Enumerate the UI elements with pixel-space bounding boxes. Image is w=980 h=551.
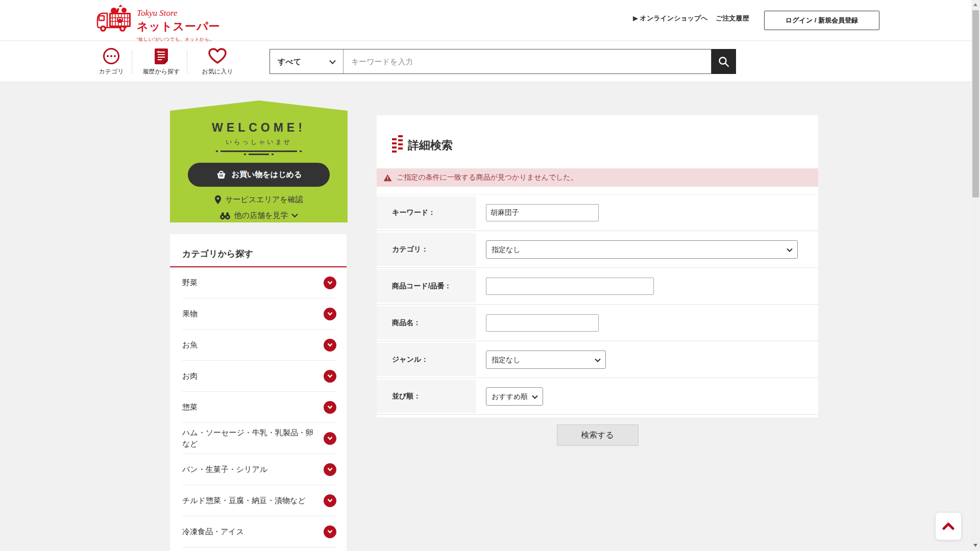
order-history-link[interactable]: ご注文履歴: [716, 14, 749, 23]
start-shopping-label: お買い物をはじめる: [232, 170, 302, 180]
sidebar-item-label: 野菜: [182, 277, 198, 289]
service-area-label: サービスエリアを確認: [225, 195, 303, 205]
scrollbar-up-arrow-icon[interactable]: [973, 3, 977, 6]
product-name-input[interactable]: [486, 314, 599, 332]
nav-bar: カテゴリ 履歴から探す お気に入り: [0, 41, 971, 82]
heart-icon: [208, 48, 227, 64]
chevron-down-circle-icon: [324, 339, 336, 352]
nav-favorites-label: お気に入り: [194, 67, 241, 76]
genre-select-value: 指定なし: [492, 356, 521, 364]
header: Tokyu Store ネットスーパー “欲しい”がいつでも、ネットから。 ▶ …: [0, 0, 971, 41]
sort-select[interactable]: おすすめ順: [486, 387, 543, 406]
search-form: キーワード： カテゴリ： 指定なし 商品コード/品番： 商品名：: [377, 194, 818, 415]
sidebar-item-fruits[interactable]: 果物: [182, 298, 336, 330]
page: Tokyu Store ネットスーパー “欲しい”がいつでも、ネットから。 ▶ …: [0, 0, 980, 551]
sidebar-item-label: 果物: [182, 308, 198, 320]
sidebar-item-label: 惣菜: [182, 402, 198, 413]
logo-text: Tokyu Store ネットスーパー “欲しい”がいつでも、ネットから。: [137, 8, 220, 43]
category-select-value: 指定なし: [492, 245, 521, 254]
sort-label: 並び順：: [377, 380, 476, 413]
binoculars-icon: [219, 212, 231, 220]
sidebar-item-ham-dairy-eggs[interactable]: ハム・ソーセージ・牛乳・乳製品・卵など: [182, 423, 336, 454]
chevron-down-circle-icon: [324, 277, 336, 289]
no-results-banner: ご指定の条件に一致する商品が見つかりませんでした。: [377, 168, 818, 187]
sidebar-item-label: パン・生菓子・シリアル: [182, 464, 267, 475]
chevron-down-circle-icon: [324, 401, 336, 414]
ellipsis-circle-icon: [103, 48, 119, 64]
magnifier-icon: [718, 56, 730, 68]
search-scope-select[interactable]: すべて: [270, 49, 344, 73]
login-register-button[interactable]: ログイン / 新規会員登録: [764, 11, 879, 30]
history-document-icon: [154, 47, 169, 65]
nav-category[interactable]: カテゴリ: [93, 47, 130, 76]
chevron-down-icon: [291, 213, 298, 218]
logo-brand-script: Tokyu Store: [137, 8, 220, 18]
product-code-input[interactable]: [486, 278, 654, 295]
category-label: カテゴリ：: [377, 233, 476, 266]
scrollbar-thumb[interactable]: [972, 10, 979, 197]
chevron-down-icon: [329, 60, 336, 64]
delivery-truck-icon: [96, 4, 134, 35]
form-row-category: カテゴリ： 指定なし: [377, 231, 818, 268]
welcome-title: WELCOME!: [170, 121, 348, 135]
sidebar-item-chilled-tofu-natto[interactable]: チルド惣菜・豆腐・納豆・漬物など: [182, 485, 336, 516]
nav-history[interactable]: 履歴から探す: [139, 47, 184, 76]
online-shop-link[interactable]: ▶ オンラインショップへ: [633, 14, 708, 23]
welcome-subtitle: いらっしゃいませ: [170, 138, 348, 146]
sidebar-item-frozen-ice[interactable]: 冷凍食品・アイス: [182, 516, 336, 547]
welcome-panel: WELCOME! いらっしゃいませ お買い物をはじめる サービスエリアを確認: [170, 101, 348, 222]
sidebar-item-label: ハム・ソーセージ・牛乳・乳製品・卵など: [182, 427, 318, 450]
chevron-down-icon: [787, 248, 793, 252]
sidebar-item-fish[interactable]: お魚: [182, 330, 336, 361]
nav-history-label: 履歴から探す: [139, 67, 184, 76]
service-area-link[interactable]: サービスエリアを確認: [170, 195, 348, 205]
warning-triangle-icon: [383, 174, 392, 182]
product-code-label: 商品コード/品番：: [377, 269, 476, 303]
logo-brand-main: ネットスーパー: [137, 19, 220, 34]
other-stores-link[interactable]: 他の店舗を見学: [170, 211, 348, 220]
store-logo[interactable]: Tokyu Store ネットスーパー “欲しい”がいつでも、ネットから。: [96, 4, 220, 43]
submit-search-button[interactable]: 検索する: [557, 424, 639, 446]
other-stores-label: 他の店舗を見学: [234, 211, 288, 220]
start-shopping-button[interactable]: お買い物をはじめる: [188, 163, 330, 187]
scrollbar[interactable]: [971, 0, 980, 551]
keyword-label: キーワード：: [377, 196, 476, 229]
nav-divider: [132, 50, 132, 73]
search-bar: すべて: [270, 49, 712, 74]
sidebar-item-vegetables[interactable]: 野菜: [182, 267, 336, 298]
sort-select-value: おすすめ順: [492, 392, 528, 400]
genre-select[interactable]: 指定なし: [486, 350, 606, 369]
sidebar-title: カテゴリから探す: [170, 234, 347, 267]
nav-divider: [187, 50, 187, 73]
form-row-keyword: キーワード：: [377, 194, 818, 231]
sidebar-item-bread-sweets-cereal[interactable]: パン・生菓子・シリアル: [182, 454, 336, 485]
nav-favorites[interactable]: お気に入り: [194, 47, 241, 76]
no-results-message: ご指定の条件に一致する商品が見つかりませんでした。: [397, 173, 578, 182]
sidebar-item-deli[interactable]: 惣菜: [182, 392, 336, 423]
detail-search-panel: 詳細検索 ご指定の条件に一致する商品が見つかりませんでした。 キーワード： カテ…: [377, 115, 818, 417]
form-row-genre: ジャンル： 指定なし: [377, 341, 818, 378]
page-title: 詳細検索: [408, 138, 453, 153]
product-name-label: 商品名：: [377, 306, 476, 339]
shopping-basket-icon: [216, 170, 227, 180]
category-select[interactable]: 指定なし: [486, 240, 798, 259]
map-pin-icon: [214, 195, 222, 205]
sidebar-item-label: 冷凍食品・アイス: [182, 526, 244, 538]
chevron-down-icon: [595, 358, 601, 362]
form-row-product-code: 商品コード/品番：: [377, 268, 818, 305]
welcome-divider: [170, 151, 348, 155]
sidebar-item-label: お魚: [182, 339, 198, 351]
search-input[interactable]: [344, 49, 711, 73]
keyword-input[interactable]: [486, 204, 599, 221]
chevron-down-circle-icon: [324, 463, 336, 476]
back-to-top-button[interactable]: [936, 513, 961, 540]
chevron-down-circle-icon: [324, 494, 336, 507]
chevron-down-circle-icon: [324, 432, 336, 445]
sidebar-item-meat[interactable]: お肉: [182, 361, 336, 392]
sidebar-item-label: お肉: [182, 370, 198, 382]
form-row-product-name: 商品名：: [377, 305, 818, 341]
chevron-up-icon: [942, 522, 954, 530]
search-button[interactable]: [712, 49, 736, 74]
chevron-down-icon: [532, 395, 538, 399]
scrollbar-down-arrow-icon[interactable]: [973, 544, 977, 547]
